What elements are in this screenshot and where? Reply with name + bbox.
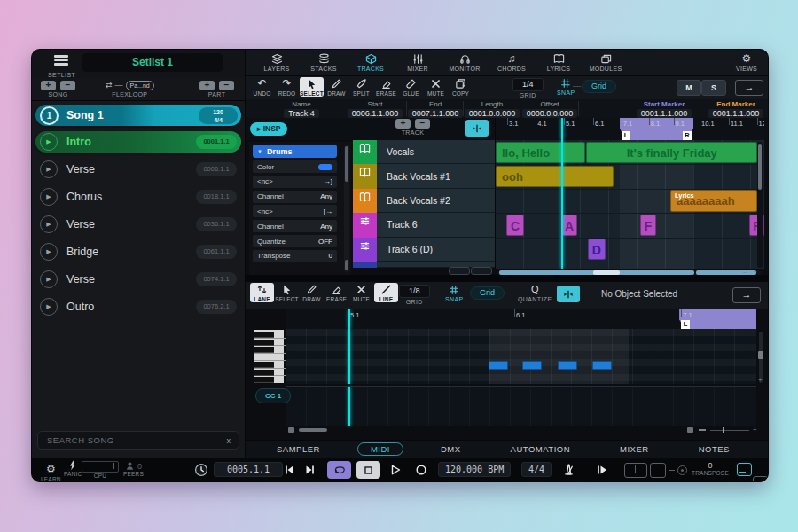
inspector-row[interactable]: ChannelAny <box>253 220 337 232</box>
bottom-tab-sampler[interactable]: SAMPLER <box>264 443 332 455</box>
tab-chords[interactable]: ♫ CHORDS <box>492 53 531 72</box>
info-field-length[interactable]: Length 0001.0.0.000 <box>466 99 518 118</box>
add-song-button[interactable]: + <box>41 81 56 90</box>
play-button[interactable] <box>389 464 402 476</box>
transpose-control[interactable]: 0 TRANSPOSE <box>684 461 737 476</box>
add-track-button[interactable]: + <box>395 119 411 129</box>
inspector-scrollbar[interactable] <box>344 145 349 272</box>
clip-d[interactable]: D <box>588 239 606 260</box>
tool-erase[interactable]: ERASE <box>374 77 398 97</box>
loop-button[interactable] <box>327 461 351 479</box>
tool-redo[interactable]: ↷ REDO <box>275 77 299 97</box>
setlist-menu-button[interactable]: SETLIST <box>48 53 74 78</box>
expand-arrange-button[interactable]: → <box>735 80 763 96</box>
track-color-strip[interactable] <box>353 238 377 262</box>
bottom-tab-midi[interactable]: MIDI <box>357 442 403 456</box>
track-name-0[interactable]: Vocals <box>377 140 495 164</box>
part-item-verse[interactable]: ▶ Verse 0036.1.1 <box>35 214 241 235</box>
panel-toggle-right[interactable] <box>753 476 768 482</box>
arrange-playhead[interactable] <box>561 140 563 269</box>
inspector-toggle-button[interactable]: ▸ INSP <box>250 122 287 136</box>
remove-track-button[interactable]: − <box>415 119 430 129</box>
solo-button[interactable]: S <box>701 80 726 96</box>
part-play-icon[interactable]: ▶ <box>40 133 58 151</box>
timesig-display[interactable]: 4/4 <box>521 462 552 477</box>
flexloop-range[interactable]: Pa...nd <box>126 81 154 90</box>
tracklist-scroll-button-2[interactable] <box>471 267 492 275</box>
clip-llo-hello[interactable]: llo, Hello <box>496 142 585 163</box>
loop-end-marker[interactable]: R <box>683 131 692 140</box>
tempo-clock-icon[interactable] <box>194 463 208 477</box>
remove-part-button[interactable]: − <box>219 81 234 90</box>
part-item-chorus[interactable]: ▶ Chorus 0018.1.1 <box>35 186 241 207</box>
track-color-strip[interactable] <box>353 164 377 188</box>
black-key[interactable] <box>254 340 274 346</box>
part-play-icon[interactable]: ▶ <box>40 270 58 288</box>
clip-f[interactable]: F <box>640 215 656 236</box>
info-marker-end[interactable]: End Marker 0001.1.1.000 <box>709 99 763 118</box>
count-in-button[interactable] <box>596 464 608 476</box>
expand-editor-button[interactable]: → <box>732 287 761 303</box>
tool-lane[interactable]: LANE <box>250 283 274 302</box>
tab-lyrics[interactable]: LYRICS <box>539 53 578 72</box>
snap-mode-selector[interactable]: Grid <box>582 80 616 93</box>
inspector-row[interactable]: <nc>[→ <box>253 205 337 217</box>
part-item-verse[interactable]: ▶ Verse 0006.1.1 <box>35 159 241 180</box>
midi-note-3[interactable] <box>592 361 612 370</box>
learn-gear-icon[interactable]: ⚙ <box>46 460 56 476</box>
metronome-icon[interactable] <box>562 463 575 476</box>
bottom-tab-automation[interactable]: AUTOMATION <box>498 443 583 455</box>
tool-mute[interactable]: MUTE <box>349 283 373 302</box>
black-key[interactable] <box>254 347 274 353</box>
clip-it-s-finally-friday[interactable]: It's finally Friday <box>586 142 757 163</box>
record-button[interactable] <box>415 464 427 476</box>
clip-a[interactable]: A <box>561 215 577 236</box>
black-key[interactable] <box>254 362 274 368</box>
tab-modules[interactable]: MODULES <box>586 53 625 72</box>
info-field-end[interactable]: End 0007.1.1.000 <box>410 99 461 118</box>
track-color-strip[interactable] <box>353 140 377 164</box>
color-swatch[interactable] <box>318 164 332 170</box>
clip-c[interactable]: C <box>506 215 524 236</box>
tool-glue[interactable]: GLUE <box>399 77 423 97</box>
playhead[interactable] <box>348 309 350 329</box>
track-name-4[interactable]: Track 6 (D) <box>377 238 495 262</box>
tool-draw[interactable]: DRAW <box>300 283 324 302</box>
tool-copy[interactable]: COPY <box>449 77 473 97</box>
inspector-preset-dropdown[interactable]: ▼ Drums <box>253 145 337 158</box>
inspector-row[interactable]: <nc>→] <box>253 176 337 188</box>
flexloop-icon[interactable]: ⇄ <box>106 81 113 90</box>
tab-stacks[interactable]: STACKS <box>304 53 343 72</box>
tab-mixer[interactable]: MIXER <box>398 53 437 72</box>
midi-note-1[interactable] <box>522 361 542 370</box>
search-song-input[interactable]: SEARCH SONG x <box>37 431 239 450</box>
tool-select[interactable]: SELECT <box>275 283 299 302</box>
editor-snap-mode[interactable]: Grid <box>470 286 505 300</box>
part-play-icon[interactable]: ▶ <box>40 188 58 206</box>
loop-start-marker[interactable]: L <box>622 131 630 140</box>
cc-playhead[interactable] <box>348 387 350 426</box>
black-key[interactable] <box>254 332 274 338</box>
part-play-icon[interactable]: ▶ <box>40 243 58 261</box>
track-name-1[interactable]: Back Vocals #1 <box>377 164 495 188</box>
skip-back-button[interactable] <box>283 464 295 476</box>
bottom-tab-dmx[interactable]: DMX <box>428 443 473 455</box>
part-item-intro[interactable]: ▶ Intro 0001.1.1 <box>35 131 241 153</box>
piano-roll[interactable] <box>286 329 756 384</box>
part-play-icon[interactable]: ▶ <box>40 160 58 178</box>
part-item-outro[interactable]: ▶ Outro 0076.2.1 <box>35 296 241 317</box>
playhead[interactable] <box>561 118 563 140</box>
tracklist-scroll-button-1[interactable] <box>449 267 470 275</box>
tool-draw[interactable]: DRAW <box>325 77 348 97</box>
black-key[interactable] <box>254 377 274 383</box>
tab-views[interactable]: ⚙ VIEWS <box>727 53 766 72</box>
part-item-bridge[interactable]: ▶ Bridge 0061.1.1 <box>35 241 241 262</box>
inspector-row[interactable]: Transpose0 <box>253 250 337 262</box>
remove-song-button[interactable]: − <box>60 81 75 90</box>
part-play-icon[interactable]: ▶ <box>40 298 58 316</box>
tab-layers[interactable]: LAYERS <box>257 53 296 72</box>
tool-erase[interactable]: ERASE <box>325 283 348 302</box>
track-color-strip[interactable] <box>353 189 377 213</box>
arrange-vertical-scrollbar[interactable] <box>757 142 763 268</box>
panel-divider[interactable] <box>246 275 768 282</box>
